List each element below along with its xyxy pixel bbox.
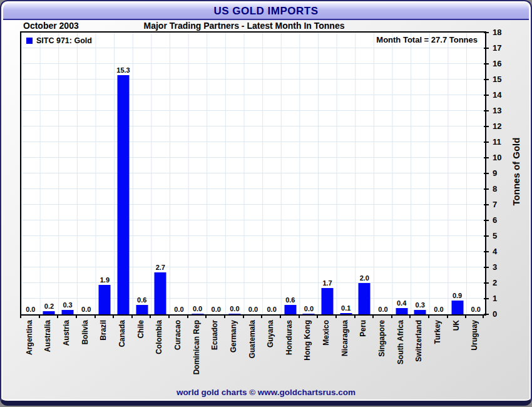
bar-value-label: 0.6	[137, 296, 146, 304]
bar-value-label: 1.9	[100, 276, 110, 284]
bar-column: 15.3	[114, 33, 133, 314]
y-tick-mark	[484, 79, 489, 80]
x-category-label: Austria	[61, 320, 71, 383]
bar-column: 0.0	[207, 33, 225, 314]
x-category-label: Germany	[228, 320, 238, 383]
y-tick-mark	[484, 157, 489, 158]
bar-value-label: 0.0	[267, 306, 276, 313]
bar-column: 0.0	[21, 33, 40, 314]
y-tick-mark	[484, 267, 489, 268]
y-tick-label: 0	[493, 309, 497, 319]
x-category-label: Guatemala	[247, 320, 257, 383]
bar-value-label: 0.0	[434, 306, 443, 313]
y-tick-mark	[484, 126, 489, 127]
y-axis-title: Tonnes of Gold	[511, 138, 521, 206]
y-tick-mark	[484, 63, 489, 64]
bar-column: 2.7	[151, 33, 170, 314]
bar-value-label: 0.0	[248, 306, 258, 313]
y-tick-mark	[484, 314, 489, 315]
bar-column: 0.0	[374, 33, 392, 314]
y-tick-label: 12	[493, 121, 501, 131]
y-tick-label: 17	[493, 43, 501, 53]
bar-value-label: 0.0	[193, 305, 202, 312]
bar-value-label: 0.0	[304, 305, 314, 312]
x-category-label: Turkey	[432, 320, 442, 383]
bar-value-label: 0.0	[230, 305, 239, 312]
chart-window: US GOLD IMPORTS October 2003 Major Tradi…	[0, 0, 532, 406]
y-tick-mark	[484, 110, 489, 111]
y-tick-label: 6	[493, 215, 497, 225]
bar-value-label: 0.1	[341, 304, 350, 312]
window-titlebar: US GOLD IMPORTS	[3, 3, 529, 20]
x-category-label: Guyana	[265, 320, 275, 383]
bar-value-label: 2.7	[156, 264, 165, 271]
y-tick-mark	[484, 188, 489, 190]
bar	[396, 308, 407, 314]
bar-value-label: 1.7	[322, 279, 332, 287]
y-tick-mark	[484, 220, 489, 221]
y-tick-mark	[484, 173, 489, 174]
bar-column: 0.6	[281, 33, 300, 314]
y-tick-label: 5	[493, 231, 497, 240]
y-tick-label: 16	[493, 59, 501, 68]
bar-column: 0.0	[466, 33, 485, 314]
y-tick-mark	[484, 32, 489, 33]
x-category-label: Mexico	[321, 320, 331, 383]
bar	[359, 283, 371, 314]
y-tick-mark	[484, 204, 489, 205]
bar	[99, 285, 111, 315]
bar	[155, 272, 166, 315]
x-category-label: Canada	[117, 320, 127, 383]
bar-column: 0.0	[170, 33, 188, 314]
bar-value-label: 0.0	[26, 306, 35, 313]
bar-column: 0.0	[188, 33, 207, 314]
y-axis: 0123456789101112131415161718	[484, 31, 531, 316]
bar-column: 0.1	[337, 33, 356, 314]
x-category-label: UK	[451, 320, 461, 383]
bar-column: 0.3	[411, 33, 429, 314]
bar-value-label: 0.4	[397, 299, 406, 307]
month-total-annotation: Month Total = 27.7 Tonnes	[376, 35, 478, 44]
chart-subtitle: Major Trading Partners - Latest Month In…	[1, 21, 487, 31]
bar-value-label: 0.3	[63, 301, 72, 309]
bar	[118, 75, 130, 315]
bar	[414, 310, 426, 315]
y-tick-label: 3	[493, 262, 497, 272]
y-tick-mark	[484, 298, 489, 299]
bar-value-label: 0.3	[416, 301, 425, 309]
bar-value-label: 0.0	[81, 306, 91, 313]
legend-label: SITC 971: Gold	[36, 36, 92, 45]
bar-column: 1.9	[96, 33, 115, 314]
legend: SITC 971: Gold	[26, 36, 92, 45]
y-tick-mark	[484, 282, 489, 284]
x-category-label: Uruguay	[469, 320, 479, 383]
y-tick-label: 10	[493, 153, 501, 162]
x-category-label: Switzerland	[414, 320, 424, 383]
bar-column: 0.0	[429, 33, 448, 314]
x-category-label: Singapore	[377, 320, 387, 383]
bar	[62, 310, 74, 315]
y-tick-mark	[484, 251, 489, 252]
x-category-label: Nicaragua	[340, 320, 350, 383]
x-category-label: Australia	[43, 320, 53, 383]
bars-container: 0.00.20.30.01.915.30.62.70.00.00.00.00.0…	[21, 33, 485, 314]
footer-credit: world gold charts © www.goldchartsrus.co…	[1, 388, 531, 397]
bar-value-label: 0.0	[378, 306, 387, 313]
y-tick-label: 11	[493, 137, 501, 147]
y-tick-mark	[484, 142, 489, 143]
x-category-label: South Africa	[396, 320, 406, 383]
bar-column: 0.0	[262, 33, 281, 314]
plot-area: 0.00.20.30.01.915.30.62.70.00.00.00.00.0…	[20, 31, 486, 316]
bar-column: 0.0	[77, 33, 96, 314]
y-tick-label: 7	[493, 200, 497, 209]
x-category-label: Hong Kong	[302, 320, 312, 383]
y-tick-label: 1	[493, 294, 497, 303]
bar	[322, 288, 334, 315]
page-title: US GOLD IMPORTS	[213, 5, 318, 17]
y-tick-label: 18	[493, 28, 501, 37]
y-tick-label: 14	[493, 90, 501, 100]
x-category-label: Ecuador	[210, 320, 220, 383]
x-category-label: Chile	[136, 320, 146, 383]
x-category-label: Argentina	[24, 320, 34, 383]
x-category-label: Honduras	[284, 320, 294, 383]
